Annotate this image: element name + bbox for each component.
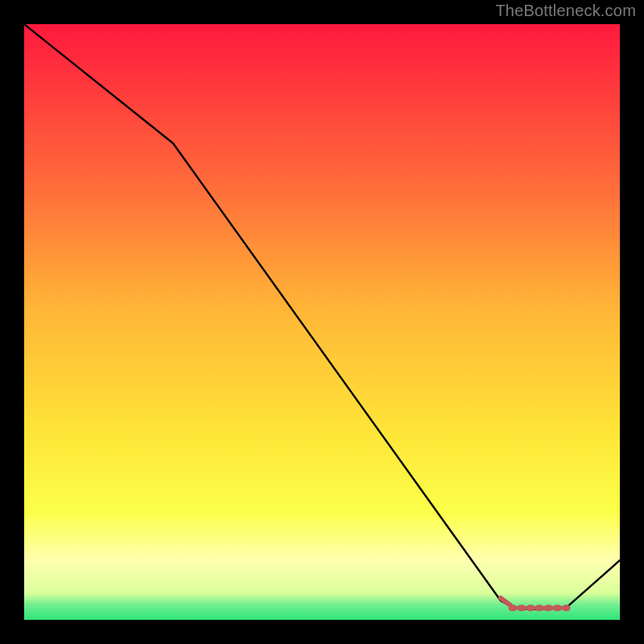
attribution-text: TheBottleneck.com (495, 2, 636, 20)
svg-point-12 (559, 606, 564, 610)
plot-area (24, 24, 620, 620)
bottleneck-chart (24, 24, 620, 620)
svg-point-7 (515, 606, 519, 610)
svg-point-8 (524, 606, 528, 610)
svg-point-9 (533, 606, 537, 610)
svg-point-10 (542, 606, 546, 610)
chart-frame: { "attribution": "TheBottleneck.com", "c… (0, 0, 644, 644)
svg-point-11 (551, 606, 555, 610)
gradient-background (24, 24, 620, 620)
